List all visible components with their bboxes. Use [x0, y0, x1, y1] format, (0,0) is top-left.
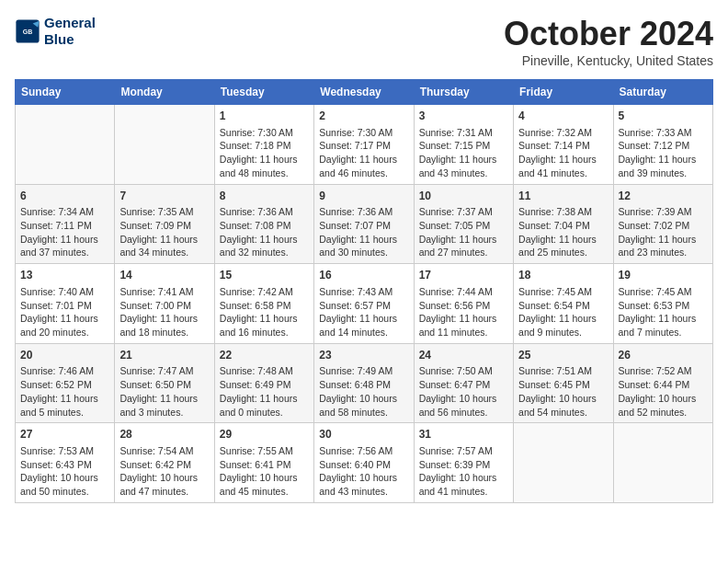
sunset-text: Sunset: 6:41 PM [220, 459, 291, 470]
calendar-week-1: 1Sunrise: 7:30 AMSunset: 7:18 PMDaylight… [16, 105, 713, 185]
sunset-text: Sunset: 6:42 PM [119, 459, 191, 470]
day-number: 6 [20, 189, 109, 204]
sunset-text: Sunset: 7:07 PM [319, 220, 391, 231]
sunrise-text: Sunrise: 7:46 AM [20, 365, 94, 376]
logo: GB General Blue [15, 15, 96, 48]
sunset-text: Sunset: 6:40 PM [319, 459, 391, 470]
logo-icon: GB [15, 18, 40, 44]
calendar-cell: 30Sunrise: 7:56 AMSunset: 6:40 PMDayligh… [314, 423, 414, 503]
calendar-cell: 11Sunrise: 7:38 AMSunset: 7:04 PMDayligh… [514, 184, 613, 264]
sunset-text: Sunset: 7:08 PM [220, 220, 291, 231]
calendar-week-2: 6Sunrise: 7:34 AMSunset: 7:11 PMDaylight… [16, 184, 713, 264]
day-number: 11 [518, 189, 608, 204]
header-thursday: Thursday [414, 80, 513, 105]
calendar-cell: 2Sunrise: 7:30 AMSunset: 7:17 PMDaylight… [314, 105, 414, 185]
location-title: Pineville, Kentucky, United States [504, 53, 713, 68]
sunrise-text: Sunrise: 7:45 AM [619, 286, 692, 297]
daylight-text: Daylight: 11 hours and 14 minutes. [319, 313, 397, 338]
sunset-text: Sunset: 6:54 PM [518, 300, 590, 311]
sunset-text: Sunset: 7:12 PM [619, 140, 690, 151]
day-number: 22 [220, 348, 309, 363]
sunset-text: Sunset: 7:18 PM [220, 140, 291, 151]
calendar-cell: 8Sunrise: 7:36 AMSunset: 7:08 PMDaylight… [214, 184, 313, 264]
sunrise-text: Sunrise: 7:57 AM [419, 445, 493, 456]
sunrise-text: Sunrise: 7:38 AM [518, 206, 592, 217]
sunset-text: Sunset: 6:44 PM [619, 379, 690, 390]
daylight-text: Daylight: 11 hours and 46 minutes. [319, 154, 397, 178]
calendar-header-row: SundayMondayTuesdayWednesdayThursdayFrid… [16, 80, 713, 105]
calendar-cell: 13Sunrise: 7:40 AMSunset: 7:01 PMDayligh… [16, 264, 115, 344]
daylight-text: Daylight: 10 hours and 43 minutes. [319, 472, 397, 497]
daylight-text: Daylight: 10 hours and 50 minutes. [20, 472, 98, 497]
day-number: 4 [518, 109, 608, 124]
sunrise-text: Sunrise: 7:35 AM [119, 206, 193, 217]
sunrise-text: Sunrise: 7:54 AM [119, 445, 193, 456]
sunrise-text: Sunrise: 7:37 AM [419, 206, 493, 217]
sunset-text: Sunset: 7:02 PM [619, 220, 690, 231]
calendar-cell: 5Sunrise: 7:33 AMSunset: 7:12 PMDaylight… [613, 105, 712, 185]
day-number: 20 [20, 348, 109, 363]
calendar-cell: 3Sunrise: 7:31 AMSunset: 7:15 PMDaylight… [414, 105, 513, 185]
day-number: 5 [619, 109, 708, 124]
sunset-text: Sunset: 6:52 PM [20, 379, 92, 390]
daylight-text: Daylight: 10 hours and 54 minutes. [518, 393, 597, 418]
sunrise-text: Sunrise: 7:36 AM [220, 206, 293, 217]
sunset-text: Sunset: 7:09 PM [119, 220, 191, 231]
logo-line1: General [44, 15, 96, 31]
daylight-text: Daylight: 11 hours and 11 minutes. [419, 313, 497, 338]
calendar-cell: 17Sunrise: 7:44 AMSunset: 6:56 PMDayligh… [414, 264, 513, 344]
calendar-cell: 16Sunrise: 7:43 AMSunset: 6:57 PMDayligh… [314, 264, 414, 344]
calendar-cell: 10Sunrise: 7:37 AMSunset: 7:05 PMDayligh… [414, 184, 513, 264]
day-number: 23 [319, 348, 408, 363]
sunset-text: Sunset: 7:14 PM [518, 140, 590, 151]
daylight-text: Daylight: 11 hours and 48 minutes. [220, 154, 298, 178]
logo-line2: Blue [44, 31, 96, 48]
calendar-cell: 14Sunrise: 7:41 AMSunset: 7:00 PMDayligh… [115, 264, 214, 344]
daylight-text: Daylight: 11 hours and 5 minutes. [20, 393, 98, 418]
calendar-cell: 20Sunrise: 7:46 AMSunset: 6:52 PMDayligh… [16, 343, 115, 423]
day-number: 30 [319, 427, 408, 442]
header-wednesday: Wednesday [314, 80, 414, 105]
calendar-cell: 27Sunrise: 7:53 AMSunset: 6:43 PMDayligh… [16, 423, 115, 503]
daylight-text: Daylight: 10 hours and 45 minutes. [220, 472, 298, 497]
daylight-text: Daylight: 11 hours and 25 minutes. [518, 234, 597, 259]
daylight-text: Daylight: 11 hours and 3 minutes. [119, 393, 198, 418]
day-number: 31 [419, 427, 508, 442]
header-monday: Monday [115, 80, 214, 105]
sunrise-text: Sunrise: 7:44 AM [419, 286, 493, 297]
sunrise-text: Sunrise: 7:43 AM [319, 286, 392, 297]
sunrise-text: Sunrise: 7:55 AM [220, 445, 293, 456]
sunrise-text: Sunrise: 7:50 AM [419, 365, 493, 376]
calendar-week-3: 13Sunrise: 7:40 AMSunset: 7:01 PMDayligh… [16, 264, 713, 344]
sunrise-text: Sunrise: 7:56 AM [319, 445, 392, 456]
day-number: 13 [20, 268, 109, 283]
daylight-text: Daylight: 11 hours and 30 minutes. [319, 234, 397, 259]
sunset-text: Sunset: 7:01 PM [20, 300, 92, 311]
month-title: October 2024 [504, 15, 713, 53]
header-friday: Friday [514, 80, 613, 105]
sunset-text: Sunset: 7:11 PM [20, 220, 92, 231]
calendar-cell: 31Sunrise: 7:57 AMSunset: 6:39 PMDayligh… [414, 423, 513, 503]
sunset-text: Sunset: 6:50 PM [119, 379, 191, 390]
daylight-text: Daylight: 10 hours and 56 minutes. [419, 393, 497, 418]
sunrise-text: Sunrise: 7:32 AM [518, 127, 592, 138]
day-number: 17 [419, 268, 508, 283]
daylight-text: Daylight: 11 hours and 0 minutes. [220, 393, 298, 418]
day-number: 27 [20, 427, 109, 442]
day-number: 12 [619, 189, 708, 204]
sunrise-text: Sunrise: 7:30 AM [220, 127, 293, 138]
calendar-cell: 22Sunrise: 7:48 AMSunset: 6:49 PMDayligh… [214, 343, 313, 423]
sunrise-text: Sunrise: 7:48 AM [220, 365, 293, 376]
calendar-cell: 23Sunrise: 7:49 AMSunset: 6:48 PMDayligh… [314, 343, 414, 423]
calendar-cell: 19Sunrise: 7:45 AMSunset: 6:53 PMDayligh… [613, 264, 712, 344]
day-number: 21 [119, 348, 209, 363]
day-number: 25 [518, 348, 608, 363]
calendar-cell: 9Sunrise: 7:36 AMSunset: 7:07 PMDaylight… [314, 184, 414, 264]
day-number: 16 [319, 268, 408, 283]
logo-text: General Blue [44, 15, 96, 48]
calendar-cell: 18Sunrise: 7:45 AMSunset: 6:54 PMDayligh… [514, 264, 613, 344]
daylight-text: Daylight: 11 hours and 43 minutes. [419, 154, 497, 178]
sunset-text: Sunset: 6:49 PM [220, 379, 291, 390]
header-saturday: Saturday [613, 80, 712, 105]
daylight-text: Daylight: 10 hours and 47 minutes. [119, 472, 198, 497]
